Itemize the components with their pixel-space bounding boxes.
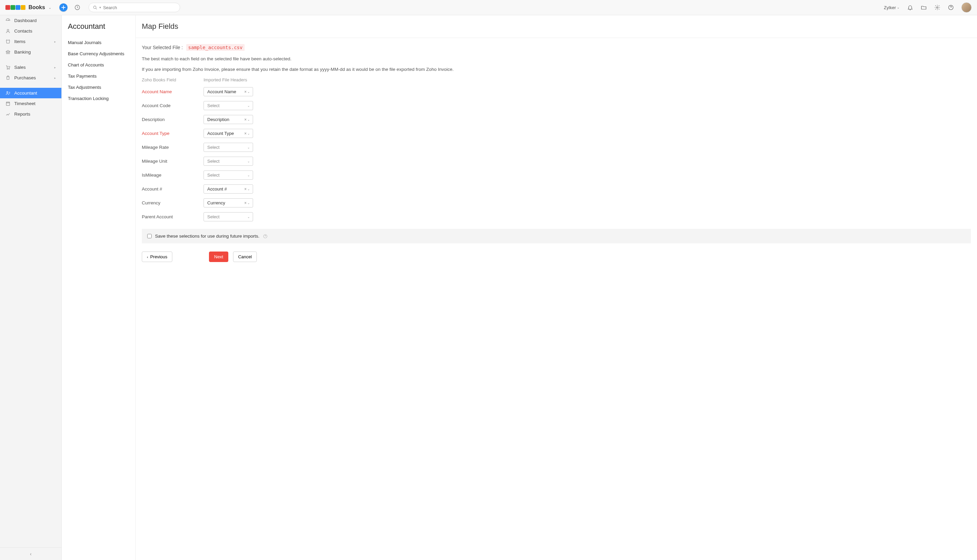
- field-select[interactable]: Select⌄: [204, 212, 253, 222]
- selected-file-name: sample_accounts.csv: [186, 44, 245, 51]
- field-label: Mileage Unit: [142, 158, 200, 164]
- bell-icon[interactable]: [907, 4, 913, 10]
- svg-point-6: [9, 69, 10, 70]
- contacts-icon: [5, 28, 11, 33]
- subnav-item-chart-of-accounts[interactable]: Chart of Accounts: [62, 59, 135, 70]
- page-title: Map Fields: [142, 22, 971, 31]
- sidebar-item-label: Timesheet: [14, 101, 36, 106]
- subnav-item-base-currency-adjustments[interactable]: Base Currency Adjustments: [62, 48, 135, 59]
- sidebar-item-dashboard[interactable]: Dashboard: [0, 15, 62, 26]
- field-row: Account TypeAccount Type×⌄: [142, 129, 971, 138]
- select-value: Currency: [207, 200, 244, 205]
- app-logo[interactable]: Books ⌄: [5, 4, 51, 10]
- select-value: Select: [207, 103, 247, 108]
- field-select[interactable]: Account Name×⌄: [204, 87, 253, 96]
- chevron-down-icon: ⌄: [247, 132, 250, 135]
- chevron-down-icon: ⌄: [247, 146, 250, 149]
- chevron-down-icon[interactable]: ⌄: [48, 6, 51, 10]
- svg-point-7: [7, 92, 8, 93]
- close-icon[interactable]: ×: [244, 90, 247, 94]
- close-icon[interactable]: ×: [244, 117, 247, 122]
- chevron-down-icon: ⌄: [247, 215, 250, 218]
- field-label: Description: [142, 117, 200, 122]
- subnav-item-transaction-locking[interactable]: Transaction Locking: [62, 93, 135, 104]
- field-label: Mileage Rate: [142, 145, 200, 150]
- sidebar-item-accountant[interactable]: Accountant: [0, 88, 62, 98]
- field-select[interactable]: Select⌄: [204, 101, 253, 110]
- field-row: CurrencyCurrency×⌄: [142, 198, 971, 207]
- field-select[interactable]: Currency×⌄: [204, 198, 253, 207]
- close-icon[interactable]: ×: [244, 131, 247, 136]
- sidebar-item-banking[interactable]: Banking: [0, 47, 62, 57]
- dashboard-icon: [5, 18, 11, 23]
- subnav-item-manual-journals[interactable]: Manual Journals: [62, 37, 135, 48]
- search-input[interactable]: ▾: [89, 3, 180, 12]
- cancel-button[interactable]: Cancel: [233, 252, 257, 262]
- field-select[interactable]: Account #×⌄: [204, 184, 253, 193]
- brand-name: Books: [28, 4, 45, 10]
- field-select[interactable]: Select⌄: [204, 157, 253, 166]
- history-icon[interactable]: [74, 4, 80, 10]
- field-select[interactable]: Select⌄: [204, 170, 253, 180]
- reports-icon: [5, 112, 11, 117]
- subnav-item-tax-payments[interactable]: Tax Payments: [62, 70, 135, 82]
- gear-icon[interactable]: [934, 4, 940, 10]
- field-row: Account NameAccount Name×⌄: [142, 87, 971, 96]
- chevron-right-icon: ▸: [54, 66, 56, 69]
- sidebar-item-label: Banking: [14, 50, 31, 55]
- previous-button-label: Previous: [150, 254, 168, 259]
- field-select[interactable]: Account Type×⌄: [204, 129, 253, 138]
- sidebar-item-timesheet[interactable]: Timesheet: [0, 98, 62, 109]
- sidebar-item-items[interactable]: Items▸: [0, 36, 62, 47]
- select-value: Select: [207, 173, 247, 178]
- sidebar-item-reports[interactable]: Reports: [0, 109, 62, 119]
- sidebar-item-sales[interactable]: Sales▸: [0, 62, 62, 73]
- org-switcher[interactable]: Zylker ⌄: [884, 5, 900, 10]
- chevron-right-icon: ▸: [54, 76, 56, 80]
- quick-add-button[interactable]: [59, 3, 67, 12]
- sidebar-item-label: Sales: [14, 65, 26, 70]
- save-selections-checkbox[interactable]: [147, 234, 152, 238]
- main-content: Map Fields Your Selected File : sample_a…: [136, 15, 977, 560]
- field-row: Parent AccountSelect⌄: [142, 212, 971, 222]
- subnav-item-tax-adjustments[interactable]: Tax Adjustments: [62, 82, 135, 93]
- field-row: Mileage UnitSelect⌄: [142, 157, 971, 166]
- next-button[interactable]: Next: [209, 252, 228, 262]
- avatar[interactable]: [961, 2, 972, 13]
- accountant-icon: [5, 90, 11, 96]
- column-header-zoho-field: Zoho Books Field: [142, 77, 200, 82]
- sidebar-item-contacts[interactable]: Contacts: [0, 26, 62, 36]
- svg-rect-8: [7, 102, 10, 105]
- chevron-left-icon: ‹: [147, 255, 148, 259]
- folder-icon[interactable]: [921, 4, 927, 10]
- items-icon: [5, 39, 11, 44]
- chevron-down-icon: ▾: [99, 6, 101, 9]
- sales-icon: [5, 65, 11, 70]
- help-icon[interactable]: [263, 234, 268, 238]
- sidebar-item-label: Items: [14, 39, 25, 44]
- select-value: Account #: [207, 187, 244, 192]
- field-row: Account CodeSelect⌄: [142, 101, 971, 110]
- chevron-down-icon: ⌄: [247, 90, 250, 93]
- close-icon[interactable]: ×: [244, 187, 247, 192]
- timesheet-icon: [5, 101, 11, 106]
- svg-point-2: [937, 7, 938, 8]
- field-label: IsMileage: [142, 173, 200, 178]
- field-row: Mileage RateSelect⌄: [142, 143, 971, 152]
- previous-button[interactable]: ‹ Previous: [142, 252, 172, 262]
- sidebar-item-purchases[interactable]: Purchases▸: [0, 73, 62, 83]
- select-value: Account Type: [207, 131, 244, 136]
- cancel-button-label: Cancel: [238, 254, 252, 259]
- column-header-imported: Imported File Headers: [204, 77, 247, 82]
- close-icon[interactable]: ×: [244, 201, 247, 205]
- sidebar-item-label: Purchases: [14, 75, 36, 80]
- sidebar-item-label: Contacts: [14, 28, 32, 33]
- field-select[interactable]: Select⌄: [204, 143, 253, 152]
- svg-point-5: [7, 69, 8, 70]
- search-field[interactable]: [103, 5, 176, 10]
- field-select[interactable]: Description×⌄: [204, 115, 253, 124]
- svg-point-4: [7, 30, 9, 31]
- selected-file-label: Your Selected File :: [142, 45, 183, 50]
- collapse-sidebar-button[interactable]: ‹: [0, 547, 62, 560]
- help-icon[interactable]: [948, 4, 954, 10]
